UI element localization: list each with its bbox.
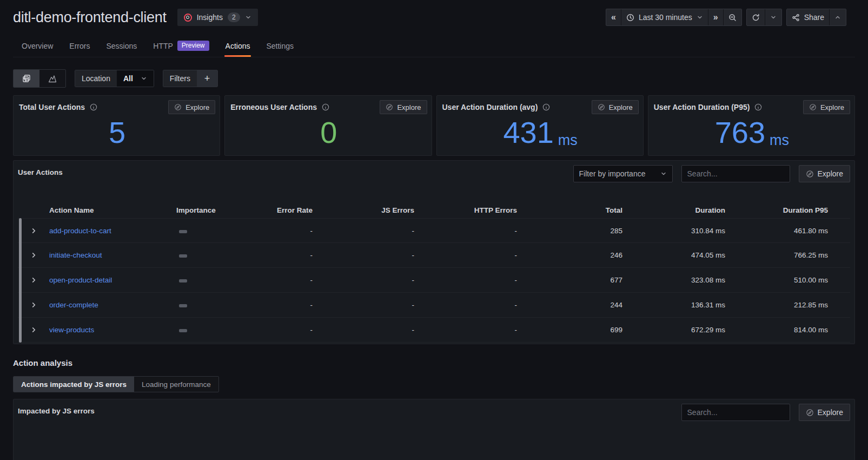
action-analysis-tab-group: Actions impacted by JS errors Loading pe… <box>13 376 219 392</box>
share-options-button[interactable] <box>830 9 846 25</box>
compass-icon <box>386 103 393 111</box>
col-error-rate[interactable]: Error Rate <box>277 206 313 214</box>
importance-filter-select[interactable]: Filter by importance <box>573 165 673 182</box>
location-label: Location <box>75 70 117 87</box>
tab-actions[interactable]: Actions <box>224 37 251 57</box>
search-input[interactable] <box>681 404 790 421</box>
stats-row: Total User Actions Explore 5 Erroneous U… <box>13 95 855 156</box>
col-importance[interactable]: Importance <box>176 206 220 214</box>
time-range-picker-button[interactable]: Last 30 minutes <box>621 9 708 25</box>
filters-label: Filters <box>163 70 197 87</box>
user-actions-panel: User Actions Filter by importance Explor… <box>13 160 855 344</box>
col-duration-p95[interactable]: Duration P95 <box>783 206 828 214</box>
tab-sessions[interactable]: Sessions <box>105 37 138 57</box>
zoom-out-button[interactable] <box>724 9 741 25</box>
stat-panel-duration-p95: User Action Duration (P95) Explore 763 m… <box>648 95 855 156</box>
impacted-by-js-errors-panel: Impacted by JS errors Explore <box>13 399 855 460</box>
col-total[interactable]: Total <box>606 206 622 214</box>
chart-view-toggle[interactable] <box>39 70 65 87</box>
compass-icon <box>809 103 817 111</box>
tab-bar: Overview Errors Sessions HTTP Preview Ac… <box>13 37 855 57</box>
tab-actions-impacted-by-js-errors[interactable]: Actions impacted by JS errors <box>14 377 134 392</box>
row-expander[interactable] <box>18 227 49 234</box>
preview-badge: Preview <box>177 41 209 51</box>
importance-pill-icon <box>179 304 187 307</box>
info-icon[interactable] <box>322 103 329 111</box>
row-expander[interactable] <box>18 252 49 259</box>
tab-http[interactable]: HTTP Preview <box>152 37 210 57</box>
location-select[interactable]: All <box>117 70 154 87</box>
app-header: ditl-demo-frontend-client Insights 2 « L… <box>13 9 855 26</box>
explore-button[interactable]: Explore <box>803 100 850 114</box>
table-scrollbar[interactable] <box>19 218 22 343</box>
tab-loading-performance[interactable]: Loading performance <box>134 377 218 392</box>
stat-value: 763 <box>715 117 765 148</box>
plus-icon: + <box>204 73 210 84</box>
table-row[interactable]: order-complete - - - 244 136.31 ms 212.8… <box>18 293 850 318</box>
chevron-down-icon <box>770 14 777 21</box>
refresh-icon <box>752 14 760 22</box>
table-row[interactable]: view-products - - - 699 672.29 ms 814.00… <box>18 318 850 343</box>
info-icon[interactable] <box>90 103 97 111</box>
col-duration[interactable]: Duration <box>695 206 726 214</box>
action-name-link[interactable]: order-complete <box>49 301 176 309</box>
compass-icon <box>598 103 605 111</box>
row-expander[interactable] <box>18 301 49 308</box>
stat-title: User Action Duration (P95) <box>654 103 750 111</box>
active-tab-underline <box>224 55 251 57</box>
importance-pill-icon <box>179 279 187 282</box>
action-name-link[interactable]: open-product-detail <box>49 276 176 284</box>
time-shift-back-button[interactable]: « <box>606 9 621 25</box>
table-view-toggle[interactable] <box>14 70 39 87</box>
table-row[interactable]: open-product-detail - - - 677 323.08 ms … <box>18 268 850 293</box>
search-input[interactable] <box>681 165 790 182</box>
refresh-button[interactable] <box>747 9 765 25</box>
view-mode-toggle <box>13 69 66 88</box>
chevron-up-icon <box>834 14 841 21</box>
table-row[interactable]: add-product-to-cart - - - 285 310.84 ms … <box>18 218 850 243</box>
time-range-label: Last 30 minutes <box>639 13 692 22</box>
col-action-name[interactable]: Action Name <box>49 206 176 214</box>
panel-title: User Actions <box>18 165 63 176</box>
col-js-errors[interactable]: JS Errors <box>381 206 414 214</box>
stat-title: User Action Duration (avg) <box>442 103 538 111</box>
info-icon[interactable] <box>754 103 762 111</box>
stat-panel-duration-avg: User Action Duration (avg) Explore 431 m… <box>436 95 644 156</box>
adhoc-filters: Filters + <box>163 70 218 87</box>
table-view-icon <box>22 74 31 83</box>
col-http-errors[interactable]: HTTP Errors <box>474 206 517 214</box>
action-name-link[interactable]: initiate-checkout <box>49 251 176 259</box>
insights-count-badge: 2 <box>228 12 240 22</box>
stat-value: 0 <box>320 117 337 148</box>
action-name-link[interactable]: view-products <box>49 326 176 334</box>
table-body: add-product-to-cart - - - 285 310.84 ms … <box>18 218 850 343</box>
row-expander[interactable] <box>18 326 49 333</box>
chart-view-icon <box>48 74 57 83</box>
chevron-down-icon <box>697 14 703 21</box>
tab-errors[interactable]: Errors <box>68 37 91 57</box>
stat-value: 5 <box>109 117 125 148</box>
share-icon <box>792 14 800 22</box>
share-button[interactable]: Share <box>787 9 830 25</box>
table-row[interactable]: initiate-checkout - - - 246 474.05 ms 76… <box>18 243 850 268</box>
refresh-interval-dropdown[interactable] <box>765 9 781 25</box>
explore-button[interactable]: Explore <box>799 165 850 182</box>
add-filter-button[interactable]: + <box>197 70 217 87</box>
stat-unit: ms <box>558 132 578 151</box>
stat-panel-erroneous-user-actions: Erroneous User Actions Explore 0 <box>224 95 432 156</box>
explore-button[interactable]: Explore <box>168 100 215 114</box>
row-expander[interactable] <box>18 277 49 284</box>
filter-bar: Location All Filters + <box>13 69 855 88</box>
insights-button[interactable]: Insights 2 <box>177 9 258 26</box>
explore-button[interactable]: Explore <box>799 404 850 421</box>
time-shift-forward-button[interactable]: » <box>708 9 724 25</box>
tab-overview[interactable]: Overview <box>21 37 54 57</box>
explore-button[interactable]: Explore <box>592 100 639 114</box>
tab-settings[interactable]: Settings <box>265 37 295 57</box>
action-name-link[interactable]: add-product-to-cart <box>49 227 176 235</box>
explore-button[interactable]: Explore <box>380 100 427 114</box>
stat-panel-total-user-actions: Total User Actions Explore 5 <box>13 95 220 156</box>
share-label: Share <box>804 13 824 22</box>
info-icon[interactable] <box>542 103 550 111</box>
insights-label: Insights <box>197 13 223 22</box>
